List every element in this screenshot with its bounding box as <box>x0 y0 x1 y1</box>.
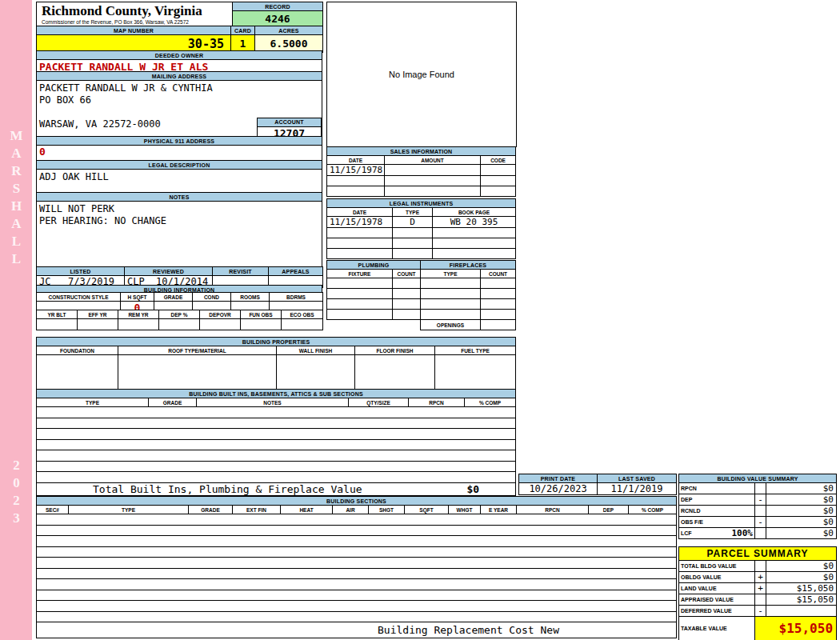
empty-cell <box>393 310 421 320</box>
last-saved-label: LAST SAVED <box>598 474 677 483</box>
footer-row: Building Replacement Cost New <box>37 622 677 638</box>
table-row <box>37 439 516 450</box>
table-row <box>37 579 677 590</box>
col-foundation: FOUNDATION <box>37 346 118 355</box>
empty-cell <box>421 278 481 289</box>
ps-obldg-op: + <box>755 572 766 583</box>
table-row: DEP - $0 <box>679 494 837 506</box>
plumbing-fireplaces-table: PLUMBING FIREPLACES FIXTURE COUNT TYPE C… <box>326 260 516 330</box>
bvs-dep-op: - <box>755 494 766 506</box>
print-date-value: 10/26/2023 <box>519 483 598 495</box>
ps-deferred-value <box>766 606 837 617</box>
col-cond: COND <box>193 293 231 302</box>
building-sections-title: BUILDING SECTIONS <box>37 497 677 506</box>
built-ins-total-label: Total Built Ins, Plumbing & Fireplace Va… <box>93 483 362 495</box>
table-row: 11/15/1978 <box>327 165 516 176</box>
deeded-owner-label: DEEDED OWNER <box>37 51 322 60</box>
sale-date: 11/15/1978 <box>327 165 385 176</box>
empty-cell <box>481 186 516 197</box>
col-fun-obs: FUN OBS <box>241 310 282 319</box>
empty-row <box>37 546 677 558</box>
col-book-page: BOOK PAGE <box>433 208 516 217</box>
empty-row <box>37 472 516 483</box>
empty-cell <box>327 310 393 320</box>
col-date: DATE <box>327 208 393 217</box>
table-row <box>37 472 516 483</box>
col-rpcn: RPCN <box>409 398 465 407</box>
table-row: OBLDG VALUE + $0 <box>679 572 837 583</box>
built-ins-title: BUILDING BUILT INS, BASEMENTS, ATTICS & … <box>37 390 516 398</box>
empty-row <box>37 579 677 590</box>
col-ext-fin: EXT FIN <box>233 506 281 514</box>
bvs-rcnld-op <box>755 506 766 517</box>
empty-cell <box>421 289 481 299</box>
ps-total-bldg-label: TOTAL BLDG VALUE <box>679 561 755 572</box>
empty-cell <box>393 299 421 310</box>
physical-address-table: PHYSICAL 911 ADDRESS 0 <box>36 136 322 162</box>
map-number-label: MAP NUMBER <box>37 26 231 35</box>
empty-cell <box>327 299 393 310</box>
empty-cell <box>327 238 393 249</box>
empty-row <box>37 450 516 462</box>
sale-code <box>481 165 516 176</box>
col-grade: GRADE <box>189 506 233 514</box>
empty-row <box>37 568 677 579</box>
table-row <box>327 310 516 320</box>
taxable-row: TAXABLE VALUE $15,050 <box>679 617 837 640</box>
property-photo-placeholder: No Image Found <box>326 2 517 147</box>
col-air: AIR <box>333 506 369 514</box>
col-sqft: SQFT <box>405 506 449 514</box>
table-row: RPCN $0 <box>679 483 837 494</box>
empty-row <box>37 514 677 526</box>
legal-description-label: LEGAL DESCRIPTION <box>37 161 322 170</box>
empty-cell <box>481 176 516 186</box>
col-hsqft: H SQFT <box>121 293 154 302</box>
empty-row <box>37 461 516 472</box>
table-row <box>327 186 516 197</box>
empty-cell <box>481 289 516 299</box>
print-date-label: PRINT DATE <box>519 474 598 483</box>
empty-cell <box>159 319 200 330</box>
bvs-dep-value: $0 <box>766 494 837 506</box>
appeals-label: APPEALS <box>269 267 323 276</box>
openings-label: OPENINGS <box>421 320 481 330</box>
instrument-type: D <box>393 217 433 228</box>
bvs-rcnld-label: RCNLD <box>679 506 755 517</box>
col-depovr: DEPOVR <box>200 310 241 319</box>
office-line: Commissioner of the Revenue, PO Box 366,… <box>37 19 232 25</box>
col-rem-yr: REM YR <box>118 310 159 319</box>
col-e-year: E YEAR <box>481 506 517 514</box>
col-roof-type-material: ROOF TYPE/MATERIAL <box>118 346 277 355</box>
table-row <box>327 238 516 249</box>
ps-land-label: LAND VALUE <box>679 583 755 594</box>
col-wall-finish: WALL FINISH <box>277 346 355 355</box>
col-shgt: SHGT <box>369 506 405 514</box>
deeded-owner-table: DEEDED OWNER PACKETT RANDALL W JR ET ALS <box>36 50 322 74</box>
parcel-summary-title: PARCEL SUMMARY <box>679 547 837 561</box>
empty-cell <box>481 310 516 320</box>
no-image-message: No Image Found <box>389 70 454 79</box>
built-ins-total-row: Total Built Ins, Plumbing & Fireplace Va… <box>37 482 516 495</box>
notes-label: NOTES <box>37 193 322 202</box>
col-type: TYPE <box>37 398 149 407</box>
col-fuel-type: FUEL TYPE <box>435 346 516 355</box>
fireplaces-title: FIREPLACES <box>421 261 516 270</box>
record-value: 4246 <box>233 11 323 27</box>
ps-obldg-value: $0 <box>766 572 837 583</box>
col-notes: NOTES <box>197 398 349 407</box>
table-row <box>327 228 516 238</box>
empty-cell <box>421 299 481 310</box>
bvs-lcf-op <box>755 528 766 539</box>
mailing-line-blank <box>39 106 322 118</box>
bvs-obs-value: $0 <box>766 517 837 528</box>
empty-cell <box>435 355 516 390</box>
empty-cell <box>277 355 355 390</box>
bvs-obs-label: OBS F/E <box>679 517 755 528</box>
table-row <box>37 546 677 558</box>
empty-row <box>37 590 677 601</box>
plumbing-title: PLUMBING <box>327 261 421 270</box>
sale-amount <box>385 165 481 176</box>
bvs-lcf-pct: 100% <box>732 530 755 537</box>
sidebar: MARSHALL 2023 <box>0 0 32 640</box>
bvs-dep-label: DEP <box>679 494 755 506</box>
